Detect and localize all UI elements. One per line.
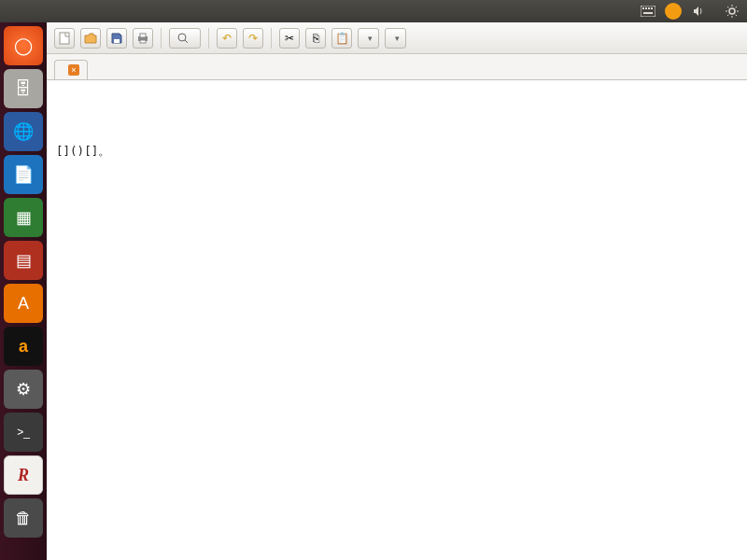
cut-button[interactable]: ✂ <box>279 28 300 49</box>
tag-combo[interactable]: ▾ <box>358 28 379 49</box>
paste-button[interactable]: 📋 <box>331 28 352 49</box>
launcher-firefox[interactable]: 🌐 <box>4 112 43 151</box>
svg-rect-7 <box>60 33 69 44</box>
svg-rect-5 <box>643 12 653 14</box>
print-button[interactable] <box>133 28 153 49</box>
undo-button[interactable]: ↶ <box>217 28 237 49</box>
launcher-calc[interactable]: ▦ <box>4 198 43 237</box>
preview-icon[interactable] <box>169 28 201 49</box>
svg-rect-2 <box>645 7 647 9</box>
launcher-files[interactable]: 🗄 <box>4 69 43 108</box>
svg-rect-11 <box>140 40 146 43</box>
copy-button[interactable]: ⎘ <box>305 28 326 49</box>
svg-point-6 <box>729 8 735 14</box>
launcher-writer[interactable]: 📄 <box>4 155 43 194</box>
symbol-combo[interactable]: ▾ <box>385 28 406 49</box>
editor[interactable]: []()[]。 <box>47 80 747 560</box>
launcher-trash[interactable]: 🗑 <box>4 498 43 538</box>
svg-rect-1 <box>642 7 644 9</box>
keyboard-icon[interactable] <box>641 4 655 19</box>
tab-l2tp-ipsec[interactable]: × <box>54 60 88 79</box>
open-file-button[interactable] <box>80 28 101 49</box>
svg-rect-3 <box>648 7 650 9</box>
svg-rect-8 <box>114 39 120 43</box>
svg-rect-4 <box>651 7 653 9</box>
launcher: ◯ 🗄 🌐 📄 ▦ ▤ A a ⚙ >_ R 🗑 <box>0 22 47 560</box>
tab-close-icon[interactable]: × <box>68 64 79 76</box>
redo-button[interactable]: ↷ <box>243 28 263 49</box>
ime-indicator[interactable] <box>665 3 682 20</box>
launcher-amazon[interactable]: a <box>4 327 43 366</box>
save-button[interactable] <box>106 28 127 49</box>
svg-rect-0 <box>641 6 655 17</box>
volume-icon[interactable] <box>691 4 706 19</box>
svg-point-12 <box>178 34 186 41</box>
launcher-impress[interactable]: ▤ <box>4 241 43 280</box>
gear-icon[interactable] <box>725 4 740 19</box>
launcher-terminal[interactable]: >_ <box>4 413 43 452</box>
launcher-settings[interactable]: ⚙ <box>4 370 43 409</box>
toolbar: ↶ ↷ ✂ ⎘ 📋 ▾ ▾ <box>47 22 747 54</box>
launcher-retext[interactable]: R <box>4 455 43 495</box>
svg-rect-10 <box>140 34 146 37</box>
launcher-ubuntu[interactable]: ◯ <box>4 26 43 65</box>
launcher-software[interactable]: A <box>4 284 43 323</box>
new-file-button[interactable] <box>54 28 75 49</box>
